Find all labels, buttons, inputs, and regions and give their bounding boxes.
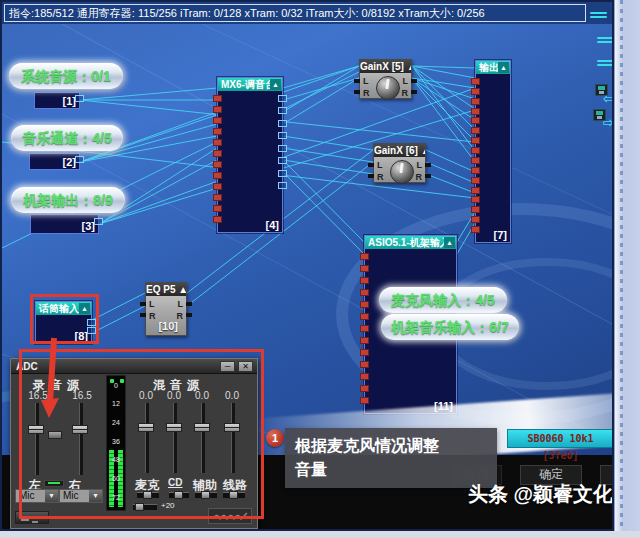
input-port[interactable]: [471, 88, 480, 95]
input-port[interactable]: [471, 206, 480, 213]
input-port[interactable]: [213, 216, 222, 223]
input-port[interactable]: [213, 139, 222, 146]
stereo-link-indicator[interactable]: [44, 480, 64, 487]
input-port[interactable]: [213, 106, 222, 113]
input-port[interactable]: [471, 78, 480, 85]
rec-source-select-left[interactable]: Mic▼: [15, 489, 59, 503]
mix-slider-line[interactable]: [231, 403, 235, 473]
input-port[interactable]: [213, 95, 222, 102]
output-port[interactable]: [425, 174, 431, 178]
node-b3[interactable]: [3]: [30, 214, 99, 234]
input-port[interactable]: [471, 137, 480, 144]
input-port[interactable]: [213, 161, 222, 168]
output-port[interactable]: [87, 319, 96, 326]
input-port[interactable]: [140, 302, 146, 306]
mix-slider-aux-thumb[interactable]: [194, 423, 210, 432]
node-out7[interactable]: 输出▲[7]: [475, 60, 511, 243]
input-port[interactable]: [471, 177, 480, 184]
output-port[interactable]: [278, 95, 287, 102]
mic-pan-slider[interactable]: [137, 492, 159, 498]
output-port[interactable]: [75, 156, 84, 163]
input-port[interactable]: [213, 205, 222, 212]
node-b1[interactable]: [1]: [34, 92, 80, 109]
input-port[interactable]: [360, 349, 369, 356]
output-port[interactable]: [186, 302, 192, 306]
input-port[interactable]: [368, 163, 374, 167]
input-port[interactable]: [213, 183, 222, 190]
output-port[interactable]: [278, 107, 287, 114]
node-b2[interactable]: [2]: [29, 153, 80, 170]
input-port[interactable]: [471, 216, 480, 223]
input-port[interactable]: [213, 194, 222, 201]
input-port[interactable]: [360, 385, 369, 392]
input-port[interactable]: [354, 90, 360, 94]
rec-slider-left-thumb[interactable]: [28, 425, 44, 434]
node-gain5[interactable]: GainX [5] ▲LRLR: [359, 59, 412, 99]
output-port[interactable]: [425, 163, 431, 167]
output-port[interactable]: [87, 327, 96, 334]
output-port[interactable]: [411, 79, 417, 83]
output-port[interactable]: [278, 120, 287, 127]
output-port[interactable]: [75, 95, 84, 102]
input-port[interactable]: [360, 301, 369, 308]
input-port[interactable]: [471, 108, 480, 115]
mix-slider-mic-thumb[interactable]: [138, 423, 154, 432]
mix-slider-line-thumb[interactable]: [224, 423, 240, 432]
input-port[interactable]: [360, 373, 369, 380]
output-port[interactable]: [278, 157, 287, 164]
output-port[interactable]: [94, 218, 103, 225]
output-port[interactable]: [411, 90, 417, 94]
output-port[interactable]: [278, 145, 287, 152]
input-port[interactable]: [213, 172, 222, 179]
mixer-bottom-left-button[interactable]: [15, 511, 49, 524]
node-gain6[interactable]: GainX [6] ▲LRLR: [373, 143, 426, 183]
collapse-icon[interactable]: ▲: [444, 237, 455, 248]
gain-knob[interactable]: [376, 76, 400, 100]
input-port[interactable]: [360, 337, 369, 344]
rec-slider-left[interactable]: [35, 403, 39, 475]
input-port[interactable]: [471, 226, 480, 233]
collapse-icon[interactable]: ▲: [498, 62, 509, 73]
output-port[interactable]: [278, 182, 287, 189]
mic-boost-slider[interactable]: [133, 504, 157, 510]
minimize-button[interactable]: ─: [220, 361, 235, 372]
input-port[interactable]: [471, 157, 480, 164]
input-port[interactable]: [360, 289, 369, 296]
menu-icon[interactable]: [597, 35, 614, 44]
menu-icon[interactable]: [590, 10, 607, 19]
input-port[interactable]: [360, 277, 369, 284]
input-port[interactable]: [213, 128, 222, 135]
input-port[interactable]: [360, 253, 369, 260]
input-port[interactable]: [471, 127, 480, 134]
output-port[interactable]: [278, 170, 287, 177]
input-port[interactable]: [360, 397, 369, 404]
mix-slider-cd[interactable]: [173, 403, 177, 473]
gain-knob[interactable]: [390, 160, 414, 184]
rec-link-button[interactable]: [48, 431, 62, 439]
line-pan-slider[interactable]: [223, 492, 245, 498]
collapse-icon[interactable]: ▲: [79, 303, 90, 314]
node-eq10[interactable]: EQ P5 ▲[10]LRLR: [145, 282, 187, 336]
mix-slider-cd-thumb[interactable]: [166, 423, 182, 432]
input-port[interactable]: [140, 313, 146, 317]
mix-slider-mic[interactable]: [145, 403, 149, 473]
rec-slider-right[interactable]: [79, 403, 83, 475]
rec-source-select-right[interactable]: Mic▼: [59, 489, 103, 503]
node-mx6[interactable]: MX6-调音台▲[4]: [217, 77, 283, 233]
input-port[interactable]: [471, 117, 480, 124]
input-port[interactable]: [368, 174, 374, 178]
input-port[interactable]: [360, 361, 369, 368]
collapse-icon[interactable]: ▲: [270, 79, 281, 90]
node-mic8[interactable]: 话筒输入▲[8]: [35, 301, 92, 344]
output-port[interactable]: [278, 132, 287, 139]
input-port[interactable]: [471, 147, 480, 154]
input-port[interactable]: [471, 187, 480, 194]
close-button[interactable]: ✕: [238, 361, 253, 372]
aux-pan-slider[interactable]: [195, 492, 217, 498]
rec-slider-right-thumb[interactable]: [72, 425, 88, 434]
input-port[interactable]: [354, 79, 360, 83]
cd-pan-slider[interactable]: [169, 492, 189, 498]
mix-slider-aux[interactable]: [201, 403, 205, 473]
input-port[interactable]: [471, 167, 480, 174]
input-port[interactable]: [360, 313, 369, 320]
